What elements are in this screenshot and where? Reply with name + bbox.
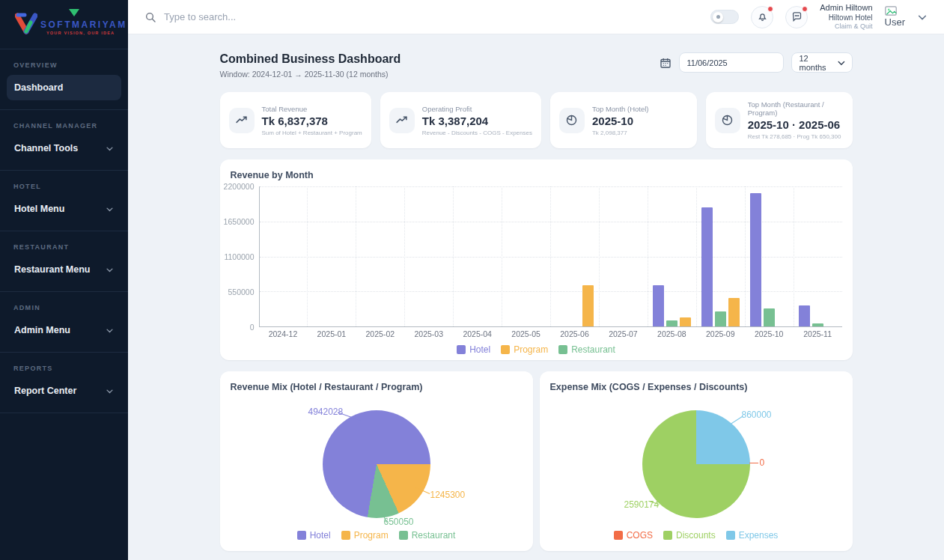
revenue-mix-pie[interactable] (323, 410, 430, 518)
legend-swatch (341, 531, 350, 540)
sidebar-item-dashboard[interactable]: Dashboard (7, 75, 121, 100)
x-tick: 2025-09 (696, 329, 745, 338)
trending-up-icon (235, 114, 248, 127)
messages-button[interactable] (785, 6, 808, 28)
bar-month-group-2025-11 (794, 186, 842, 326)
legend-swatch (297, 531, 306, 540)
chevron-down-icon (106, 387, 114, 395)
bar-month-group-2025-03 (404, 186, 453, 326)
bar-hotel-2025-10[interactable] (750, 193, 761, 326)
bar-month-group-2025-10 (745, 186, 794, 326)
x-tick: 2025-02 (356, 329, 404, 338)
pie-legend: COGS Discounts Expenses (540, 530, 853, 541)
page-subtitle: Window: 2024-12-01 → 2025-11-30 (12 mont… (220, 70, 401, 79)
kpi-sub: Revenue - Discounts - COGS - Expenses (422, 130, 532, 136)
sidebar-item-restaurant-menu[interactable]: Restaurant Menu (7, 257, 121, 282)
user-info: Admin Hiltown Hiltown Hotel Claim & Quit (820, 3, 872, 31)
legend-swatch (399, 531, 408, 540)
legend-item-program[interactable]: Program (341, 530, 389, 541)
y-tick: 1100000 (224, 252, 254, 261)
brand-tagline: YOUR VISION, OUR IDEA (46, 31, 115, 35)
legend-item-discounts[interactable]: Discounts (663, 530, 716, 541)
bar-restaurant-2025-11[interactable] (812, 323, 823, 326)
chevron-down-icon[interactable] (917, 12, 928, 22)
legend-label: Hotel (469, 344, 490, 355)
bar-month-group-2025-06 (550, 186, 599, 326)
sidebar-item-label: Restaurant Menu (14, 264, 90, 275)
bar-program-2025-09[interactable] (728, 298, 740, 326)
top-bar: Admin Hiltown Hiltown Hotel Claim & Quit… (128, 0, 944, 34)
kpi-total-revenue: Total Revenue Tk 6,837,378 Sum of Hotel … (220, 92, 371, 148)
sidebar-item-hotel-menu[interactable]: Hotel Menu (7, 196, 121, 222)
legend-label: Program (514, 344, 548, 355)
legend-label: Restaurant (571, 344, 615, 355)
bar-month-group-2025-08 (648, 186, 696, 326)
bar-month-group-2025-05 (502, 186, 550, 326)
sidebar-section-overview: OVERVIEW (0, 49, 128, 75)
bar-restaurant-2025-10[interactable] (764, 308, 775, 326)
sidebar-item-report-center[interactable]: Report Center (7, 378, 121, 404)
kpi-label: Operating Profit (422, 105, 532, 113)
legend-item-cogs[interactable]: COGS (614, 530, 653, 541)
bar-hotel-2025-09[interactable] (701, 207, 713, 326)
user-action-text: Claim & Quit (820, 22, 872, 31)
bar-legend: Hotel Program Restaurant (220, 344, 853, 355)
logo-triangle-icon (69, 9, 79, 16)
user-avatar[interactable]: User (885, 6, 905, 28)
legend-swatch (614, 531, 623, 540)
x-tick: 2025-10 (745, 329, 794, 338)
brand-logo[interactable]: SOFTMARIYAM YOUR VISION, OUR IDEA (0, 0, 128, 49)
date-input[interactable] (679, 52, 784, 73)
chevron-down-icon (106, 266, 114, 274)
kpi-top-month-rest-program: Top Month (Restaurant / Program) 2025-10… (706, 92, 853, 148)
trending-up-icon (395, 114, 408, 127)
legend-label: Restaurant (412, 530, 456, 541)
chevron-down-icon (106, 326, 114, 335)
pie-chart-icon (565, 114, 578, 127)
bar-hotel-2025-08[interactable] (653, 285, 664, 326)
broken-image-icon (885, 6, 897, 16)
calendar-icon (660, 57, 672, 69)
y-tick: 2200000 (224, 182, 255, 191)
legend-item-restaurant[interactable]: Restaurant (558, 344, 615, 355)
expense-mix-card: Expense Mix (COGS / Expenses / Discounts… (540, 371, 853, 551)
kpi-row: Total Revenue Tk 6,837,378 Sum of Hotel … (220, 92, 853, 148)
bar-restaurant-2025-08[interactable] (666, 320, 677, 327)
kpi-sub: Tk 2,098,377 (592, 130, 649, 136)
notifications-button[interactable] (751, 6, 773, 28)
bar-month-group-2025-09 (696, 186, 745, 326)
chat-icon (791, 11, 803, 22)
bar-program-2025-06[interactable] (582, 285, 594, 326)
pie-label-cogs: 0 (760, 457, 765, 468)
user-name: Admin Hiltown (820, 3, 872, 13)
legend-item-hotel[interactable]: Hotel (297, 530, 331, 541)
chevron-down-icon (837, 58, 846, 67)
bar-month-group-2025-01 (307, 186, 356, 326)
bar-restaurant-2025-09[interactable] (715, 311, 726, 326)
x-tick: 2025-06 (550, 329, 599, 338)
sidebar-item-label: Dashboard (14, 82, 63, 93)
legend-item-program[interactable]: Program (501, 344, 548, 355)
sidebar-item-channel-tools[interactable]: Channel Tools (7, 136, 121, 161)
sidebar-item-admin-menu[interactable]: Admin Menu (7, 317, 121, 343)
kpi-value: 2025-10 · 2025-06 (748, 118, 844, 131)
y-tick: 550000 (228, 287, 254, 296)
search-input[interactable] (164, 11, 389, 22)
pie-label-line (749, 463, 758, 463)
y-tick: 0 (250, 323, 255, 332)
bar-program-2025-08[interactable] (680, 317, 691, 326)
sidebar-divider (0, 413, 128, 413)
sidebar-item-label: Report Center (14, 386, 76, 396)
legend-item-hotel[interactable]: Hotel (457, 344, 490, 355)
legend-label: COGS (627, 530, 653, 541)
legend-item-expenses[interactable]: Expenses (726, 530, 779, 541)
sidebar-section-restaurant: RESTAURANT (0, 231, 128, 257)
range-select[interactable]: 12 months (791, 52, 853, 73)
legend-item-restaurant[interactable]: Restaurant (399, 530, 456, 541)
legend-label: Discounts (676, 530, 716, 541)
kpi-sub: Sum of Hotel + Restaurant + Program (262, 130, 362, 136)
theme-toggle[interactable] (710, 10, 739, 24)
bar-hotel-2025-11[interactable] (799, 305, 810, 326)
kpi-value: Tk 3,387,204 (422, 115, 532, 127)
pie-chart-icon (721, 114, 734, 127)
